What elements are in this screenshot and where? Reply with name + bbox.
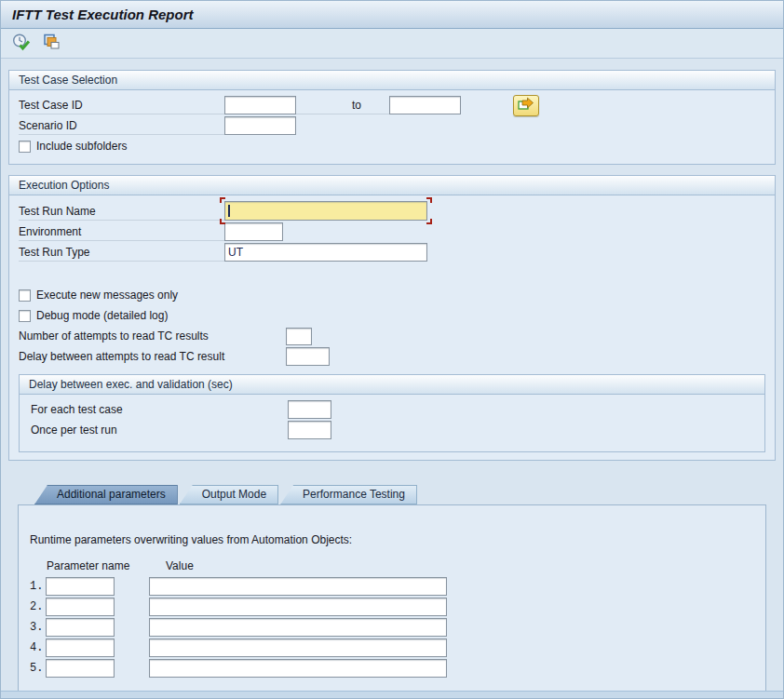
multiple-selection-arrow-icon <box>518 97 534 114</box>
parameter-value-input-4[interactable] <box>149 639 447 657</box>
test-run-name-label: Test Run Name <box>19 202 224 221</box>
delay-read-input[interactable] <box>286 347 330 366</box>
parameter-row: 3. <box>30 617 754 638</box>
attempts-read-input[interactable] <box>286 328 312 345</box>
parameter-name-input-5[interactable] <box>46 659 115 678</box>
multiple-selection-button[interactable] <box>513 95 539 116</box>
include-subfolders-checkbox[interactable] <box>19 141 31 153</box>
copy-button[interactable] <box>39 32 63 56</box>
test-case-id-to-input[interactable] <box>389 96 461 114</box>
debug-mode-checkbox-row[interactable]: Debug mode (detailed log) <box>19 305 765 326</box>
test-run-type-input[interactable] <box>224 243 427 262</box>
parameter-value-input-3[interactable] <box>149 618 447 637</box>
environment-label: Environment <box>19 222 224 241</box>
test-case-id-label: Test Case ID <box>19 96 224 114</box>
to-label: to <box>296 96 389 114</box>
group-test-case-selection: Test Case Selection Test Case ID to <box>8 70 776 165</box>
parameter-value-input-2[interactable] <box>149 598 447 616</box>
scenario-id-input[interactable] <box>224 116 296 135</box>
window-bottom-edge <box>1 691 783 698</box>
tab-performance-testing[interactable]: Performance Testing <box>280 485 417 504</box>
test-run-name-input[interactable] <box>224 201 427 221</box>
parameter-name-input-2[interactable] <box>46 598 115 616</box>
parameter-row: 5. <box>30 658 754 679</box>
tab-content-additional-parameters: Runtime parameters overwriting values fr… <box>18 504 766 699</box>
attempts-read-label: Number of attempts to read TC results <box>19 327 286 345</box>
include-subfolders-checkbox-row[interactable]: Include subfolders <box>19 136 765 156</box>
row-number: 1. <box>30 580 46 593</box>
execute-icon <box>11 33 32 55</box>
parameter-row: 4. <box>30 638 754 658</box>
copy-icon <box>42 33 61 54</box>
delay-read-label: Delay between attempts to read TC result <box>19 347 286 366</box>
group-title-test-case-selection: Test Case Selection <box>9 71 775 90</box>
debug-mode-checkbox[interactable] <box>19 310 31 322</box>
execute-new-messages-label: Execute new messages only <box>36 289 178 302</box>
once-per-test-run-label: Once per test run <box>31 421 288 439</box>
page-title: IFTT Test Execution Report <box>12 7 193 22</box>
scenario-id-label: Scenario ID <box>19 116 224 135</box>
text-cursor <box>228 205 230 217</box>
group-delay-validation: Delay between exec. and validation (sec)… <box>19 374 765 452</box>
row-number: 5. <box>30 662 46 675</box>
group-title-delay-validation: Delay between exec. and validation (sec) <box>20 375 764 395</box>
title-bar: IFTT Test Execution Report <box>1 1 783 29</box>
runtime-parameters-description: Runtime parameters overwriting values fr… <box>30 533 754 546</box>
test-run-type-label: Test Run Type <box>19 243 224 262</box>
row-number: 3. <box>30 621 46 634</box>
parameter-value-input-5[interactable] <box>149 659 447 678</box>
for-each-test-case-label: For each test case <box>31 400 288 419</box>
sap-window: IFTT Test Execution Report <box>0 0 784 699</box>
execute-new-messages-checkbox-row[interactable]: Execute new messages only <box>19 285 765 305</box>
tab-output-mode[interactable]: Output Mode <box>180 485 278 504</box>
group-execution-options: Execution Options Test Run Name Environm… <box>8 175 776 461</box>
application-toolbar <box>1 29 783 59</box>
test-case-id-from-input[interactable] <box>224 96 296 114</box>
parameter-name-input-1[interactable] <box>46 577 115 596</box>
parameter-row: 1. <box>30 576 754 597</box>
tab-additional-parameters[interactable]: Additional parameters <box>34 485 178 504</box>
row-number: 2. <box>30 600 46 613</box>
debug-mode-label: Debug mode (detailed log) <box>36 309 168 322</box>
parameter-name-input-4[interactable] <box>46 639 115 657</box>
execute-button[interactable] <box>9 32 34 56</box>
tab-strip: Additional parameters Output Mode Perfor… <box>18 485 766 504</box>
execute-new-messages-checkbox[interactable] <box>19 289 31 302</box>
focused-field-frame <box>224 201 427 221</box>
parameter-name-input-3[interactable] <box>46 618 115 637</box>
once-per-test-run-input[interactable] <box>288 421 331 439</box>
row-number: 4. <box>30 641 46 654</box>
value-header: Value <box>166 559 194 572</box>
for-each-test-case-input[interactable] <box>288 400 331 419</box>
parameter-row: 2. <box>30 597 754 617</box>
group-title-execution-options: Execution Options <box>9 176 775 195</box>
include-subfolders-label: Include subfolders <box>36 140 127 153</box>
parameter-name-header: Parameter name <box>47 559 166 572</box>
parameter-value-input-1[interactable] <box>149 577 447 596</box>
environment-input[interactable] <box>224 222 283 241</box>
